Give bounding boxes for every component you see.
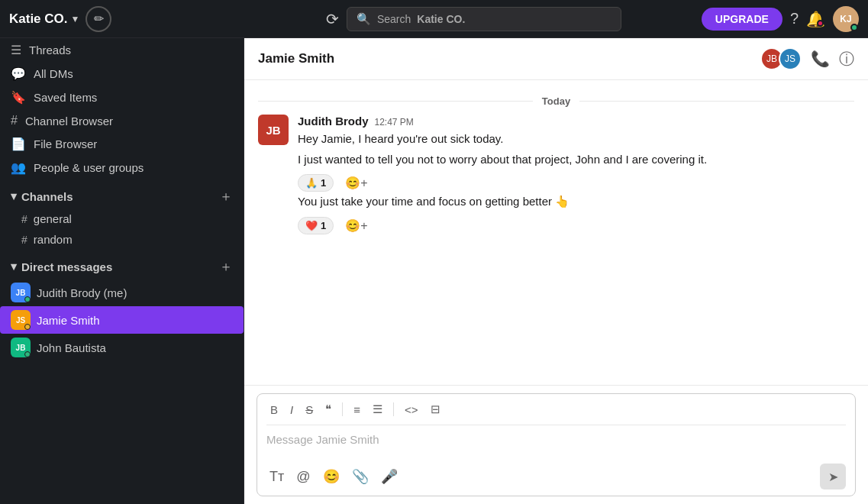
search-placeholder: Search <box>377 13 411 25</box>
sidebar-item-file-browser[interactable]: 📄 File Browser <box>0 132 244 156</box>
audio-button[interactable]: 🎤 <box>378 465 401 488</box>
help-button[interactable]: ? <box>790 10 799 27</box>
chat-header-avatar-jamie: JS <box>779 47 802 70</box>
message-line1: Hey Jamie, I heard you're out sick today… <box>298 131 854 148</box>
send-button[interactable]: ➤ <box>820 464 846 489</box>
add-reaction-button-2[interactable]: 😊+ <box>338 215 374 236</box>
message-time: 12:47 PM <box>375 117 414 128</box>
threads-icon: ☰ <box>11 43 21 57</box>
sidebar-item-threads[interactable]: ☰ Threads <box>0 38 244 62</box>
history-button[interactable]: ⟳ <box>326 10 339 28</box>
file-browser-label: File Browser <box>34 137 97 150</box>
channel-name-general: general <box>34 212 72 225</box>
user-online-dot <box>850 24 858 31</box>
search-bar[interactable]: 🔍 Search Katie CO. <box>347 7 621 31</box>
judith-status-dot <box>24 296 31 302</box>
dms-section-header[interactable]: ▾ Direct messages ＋ <box>0 250 244 279</box>
sidebar-item-people[interactable]: 👥 People & user groups <box>0 156 244 179</box>
main-container: ☰ Threads 💬 All DMs 🔖 Saved Items # Chan… <box>0 38 868 504</box>
sidebar-channel-random[interactable]: # random <box>0 229 244 250</box>
text-format-button[interactable]: Tт <box>266 466 287 488</box>
workspace-name[interactable]: Katie CO. ▼ <box>9 11 79 27</box>
dms-header-label: Direct messages <box>21 260 112 273</box>
add-dm-button[interactable]: ＋ <box>219 257 233 276</box>
italic-button[interactable]: I <box>286 401 297 418</box>
hash-icon: # <box>21 234 27 246</box>
message-content: Judith Brody 12:47 PM Hey Jamie, I heard… <box>298 115 854 236</box>
input-bottom-left: Tт @ 😊 📎 🎤 <box>266 465 401 488</box>
bold-button[interactable]: B <box>266 401 282 418</box>
reactions-row-2: ❤️ 1 😊+ <box>298 215 854 236</box>
channels-chevron-icon: ▾ <box>11 189 17 203</box>
channels-section-header[interactable]: ▾ Channels ＋ <box>0 179 244 208</box>
message-line3: You just take your time and focus on get… <box>298 193 854 211</box>
chat-area: Jamie Smith JB JS 📞 ⓘ Today <box>244 38 868 504</box>
chat-messages: Today JB Judith Brody 12:47 PM Hey Jamie… <box>244 80 868 385</box>
people-label: People & user groups <box>34 161 144 174</box>
compose-button[interactable]: ✏ <box>86 6 111 32</box>
chat-title: Jamie Smith <box>258 51 334 66</box>
code-button[interactable]: <> <box>401 401 422 418</box>
chat-header-avatars: JB JS <box>760 47 802 70</box>
toolbar-divider-2 <box>393 402 394 416</box>
channel-browser-label: Channel Browser <box>25 115 113 128</box>
strikethrough-button[interactable]: S <box>302 401 317 418</box>
message-input-area: B I S ❝ ≡ ☰ <> ⊟ Message Jamie Smith <box>244 385 868 504</box>
date-divider: Today <box>258 95 854 107</box>
quote-button[interactable]: ❝ <box>321 400 335 418</box>
john-status-dot <box>24 351 31 357</box>
threads-label: Threads <box>29 44 71 57</box>
file-browser-icon: 📄 <box>11 137 26 151</box>
add-reaction-button-1[interactable]: 😊+ <box>338 173 374 193</box>
sidebar-dm-john[interactable]: JB John Bautista <box>0 334 244 361</box>
notifications-button[interactable]: 🔔 <box>806 10 825 28</box>
dm-name-judith: Judith Brody (me) <box>37 286 127 299</box>
message-sender: Judith Brody <box>298 115 369 128</box>
mention-button[interactable]: @ <box>293 466 313 488</box>
input-border-box: B I S ❝ ≡ ☰ <> ⊟ Message Jamie Smith <box>257 393 856 496</box>
sidebar-item-all-dms[interactable]: 💬 All DMs <box>0 62 244 86</box>
info-button[interactable]: ⓘ <box>839 49 854 69</box>
add-channel-button[interactable]: ＋ <box>219 187 233 205</box>
sidebar-item-channel-browser[interactable]: # Channel Browser <box>0 109 244 132</box>
message-input[interactable]: Message Jamie Smith <box>266 430 846 457</box>
reaction-pray-emoji: 🙏 <box>305 177 318 189</box>
emoji-button[interactable]: 😊 <box>320 465 343 488</box>
saved-items-label: Saved Items <box>34 91 97 104</box>
user-avatar[interactable]: KJ <box>833 6 859 32</box>
message-line2: I just wanted to tell you not to worry a… <box>298 151 854 169</box>
dms-chevron-icon: ▾ <box>11 260 17 273</box>
topbar-left: Katie CO. ▼ ✏ <box>9 6 246 32</box>
sidebar-dm-judith[interactable]: JB Judith Brody (me) <box>0 279 244 306</box>
call-button[interactable]: 📞 <box>811 50 830 68</box>
dm-avatar-judith: JB <box>11 283 31 302</box>
sidebar-channel-general[interactable]: # general <box>0 208 244 229</box>
channels-header-label: Channels <box>21 190 73 203</box>
divider-line-left <box>258 101 533 102</box>
topbar: Katie CO. ▼ ✏ ⟳ 🔍 Search Katie CO. UPGRA… <box>0 0 868 38</box>
dm-avatar-jamie: JS <box>11 310 31 330</box>
attachment-button[interactable]: 📎 <box>349 465 372 488</box>
divider-line-right <box>579 101 854 102</box>
sidebar: ☰ Threads 💬 All DMs 🔖 Saved Items # Chan… <box>0 38 244 504</box>
workspace-name-text: Katie CO. <box>9 11 68 27</box>
unordered-list-button[interactable]: ☰ <box>369 400 386 418</box>
sidebar-dm-jamie[interactable]: JS Jamie Smith <box>0 306 244 334</box>
upgrade-button[interactable]: UPGRADE <box>702 8 782 31</box>
reaction-heart[interactable]: ❤️ 1 <box>298 217 334 234</box>
all-dms-icon: 💬 <box>11 66 26 81</box>
saved-items-icon: 🔖 <box>11 90 26 105</box>
ordered-list-button[interactable]: ≡ <box>350 401 364 418</box>
reaction-pray[interactable]: 🙏 1 <box>298 174 334 192</box>
reactions-row-1: 🙏 1 😊+ <box>298 173 854 193</box>
message-group: JB Judith Brody 12:47 PM Hey Jamie, I he… <box>258 115 854 236</box>
message-input-placeholder: Message Jamie Smith <box>266 433 379 446</box>
date-divider-text: Today <box>533 95 579 107</box>
sidebar-item-saved-items[interactable]: 🔖 Saved Items <box>0 86 244 109</box>
dm-avatar-john: JB <box>11 338 31 357</box>
search-workspace: Katie CO. <box>417 13 465 25</box>
topbar-right: UPGRADE ? 🔔 KJ <box>702 6 859 32</box>
chat-header: Jamie Smith JB JS 📞 ⓘ <box>244 38 868 80</box>
block-button[interactable]: ⊟ <box>427 400 444 418</box>
channel-browser-icon: # <box>11 114 18 128</box>
